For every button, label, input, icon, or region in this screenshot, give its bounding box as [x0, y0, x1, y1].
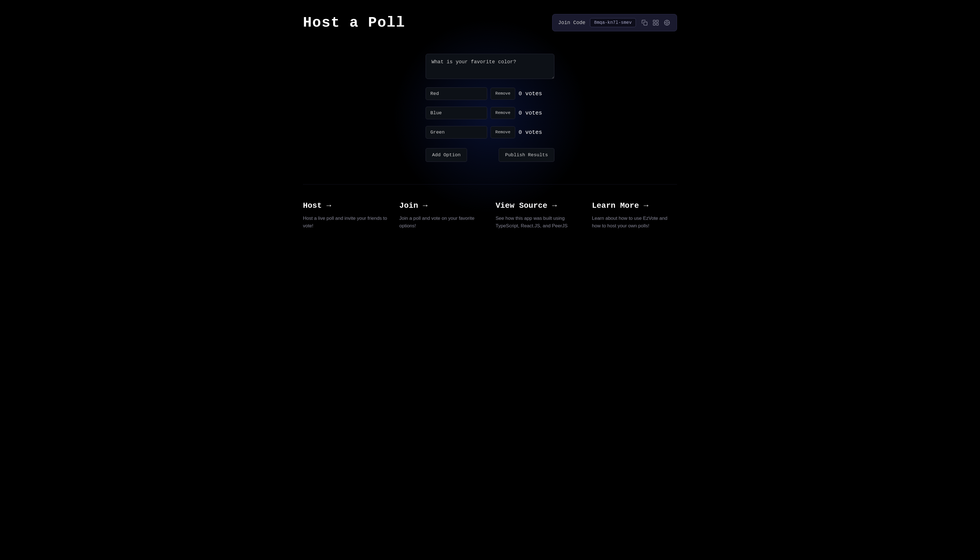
vote-count-1: 0 votes [518, 90, 542, 97]
footer-learn-title[interactable]: Learn More → [592, 201, 677, 210]
poll-area: What is your favorite color? Remove 0 vo… [303, 48, 677, 184]
join-code-icons [640, 18, 671, 27]
vote-count-2: 0 votes [518, 110, 542, 116]
footer-join-desc: Join a poll and vote on your favorite op… [399, 215, 484, 230]
footer-join-title[interactable]: Join → [399, 201, 484, 210]
grid-icon [653, 20, 659, 26]
join-code-box: Join Code 8mqa-kn7l-smev [552, 14, 677, 32]
svg-point-6 [666, 22, 668, 23]
footer-host-desc: Host a live poll and invite your friends… [303, 215, 388, 230]
option-row-1: Remove 0 votes [426, 87, 554, 100]
option-input-3[interactable] [426, 126, 487, 138]
footer-source-desc: See how this app was built using TypeScr… [496, 215, 581, 230]
footer-card-host: Host → Host a live poll and invite your … [303, 201, 388, 230]
svg-rect-4 [656, 23, 658, 25]
svg-rect-1 [653, 20, 655, 22]
settings-icon [664, 20, 670, 26]
footer-card-join: Join → Join a poll and vote on your favo… [399, 201, 484, 230]
footer-source-title[interactable]: View Source → [496, 201, 581, 210]
option-row-3: Remove 0 votes [426, 126, 554, 138]
footer-card-learn: Learn More → Learn about how to use EzVo… [592, 201, 677, 230]
svg-rect-3 [653, 23, 655, 25]
footer-card-source: View Source → See how this app was built… [496, 201, 581, 230]
option-row-2: Remove 0 votes [426, 107, 554, 119]
grid-icon-button[interactable] [652, 18, 660, 27]
settings-icon-button[interactable] [663, 18, 671, 27]
copy-icon [642, 20, 648, 26]
option-input-2[interactable] [426, 107, 487, 119]
vote-count-3: 0 votes [518, 129, 542, 135]
question-textarea[interactable]: What is your favorite color? [426, 54, 554, 79]
action-row: Add Option Publish Results [426, 148, 554, 162]
remove-button-2[interactable]: Remove [490, 107, 515, 119]
svg-rect-2 [656, 20, 658, 22]
footer-links: Host → Host a live poll and invite your … [303, 184, 677, 252]
page-title: Host a Poll [303, 15, 405, 31]
header: Host a Poll Join Code 8mqa-kn7l-smev [303, 0, 677, 48]
option-input-1[interactable] [426, 87, 487, 100]
remove-button-3[interactable]: Remove [490, 126, 515, 138]
footer-learn-desc: Learn about how to use EzVote and how to… [592, 215, 677, 230]
join-code-value: 8mqa-kn7l-smev [590, 18, 636, 27]
remove-button-1[interactable]: Remove [490, 88, 515, 100]
publish-results-button[interactable]: Publish Results [499, 148, 554, 162]
footer-host-title[interactable]: Host → [303, 201, 388, 210]
svg-rect-0 [644, 22, 647, 25]
add-option-button[interactable]: Add Option [426, 148, 467, 162]
copy-icon-button[interactable] [640, 18, 649, 27]
poll-inner: What is your favorite color? Remove 0 vo… [426, 54, 554, 162]
join-code-label: Join Code [558, 20, 585, 25]
